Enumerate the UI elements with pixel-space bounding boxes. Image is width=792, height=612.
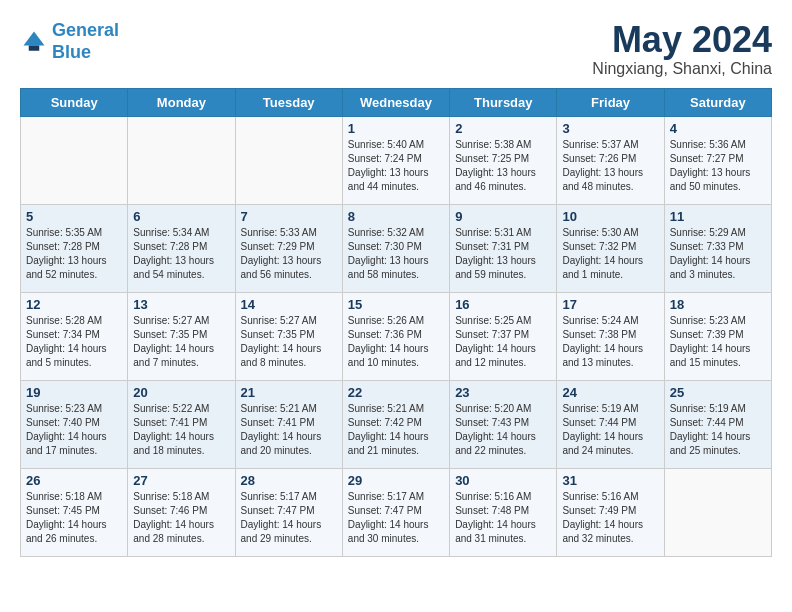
day-info: Sunrise: 5:23 AM Sunset: 7:40 PM Dayligh…: [26, 402, 122, 458]
weekday-header: Wednesday: [342, 88, 449, 116]
day-number: 12: [26, 297, 122, 312]
weekday-header: Sunday: [21, 88, 128, 116]
day-info: Sunrise: 5:38 AM Sunset: 7:25 PM Dayligh…: [455, 138, 551, 194]
day-number: 22: [348, 385, 444, 400]
day-number: 3: [562, 121, 658, 136]
calendar-week-row: 26Sunrise: 5:18 AM Sunset: 7:45 PM Dayli…: [21, 468, 772, 556]
calendar-cell: 19Sunrise: 5:23 AM Sunset: 7:40 PM Dayli…: [21, 380, 128, 468]
calendar-cell: 28Sunrise: 5:17 AM Sunset: 7:47 PM Dayli…: [235, 468, 342, 556]
day-number: 14: [241, 297, 337, 312]
day-info: Sunrise: 5:25 AM Sunset: 7:37 PM Dayligh…: [455, 314, 551, 370]
calendar-cell: 30Sunrise: 5:16 AM Sunset: 7:48 PM Dayli…: [450, 468, 557, 556]
weekday-header: Thursday: [450, 88, 557, 116]
day-info: Sunrise: 5:30 AM Sunset: 7:32 PM Dayligh…: [562, 226, 658, 282]
day-number: 9: [455, 209, 551, 224]
day-number: 27: [133, 473, 229, 488]
calendar-week-row: 1Sunrise: 5:40 AM Sunset: 7:24 PM Daylig…: [21, 116, 772, 204]
day-info: Sunrise: 5:28 AM Sunset: 7:34 PM Dayligh…: [26, 314, 122, 370]
calendar-week-row: 12Sunrise: 5:28 AM Sunset: 7:34 PM Dayli…: [21, 292, 772, 380]
calendar-cell: 25Sunrise: 5:19 AM Sunset: 7:44 PM Dayli…: [664, 380, 771, 468]
day-info: Sunrise: 5:16 AM Sunset: 7:49 PM Dayligh…: [562, 490, 658, 546]
day-number: 23: [455, 385, 551, 400]
day-info: Sunrise: 5:21 AM Sunset: 7:42 PM Dayligh…: [348, 402, 444, 458]
day-info: Sunrise: 5:27 AM Sunset: 7:35 PM Dayligh…: [133, 314, 229, 370]
calendar-cell: 21Sunrise: 5:21 AM Sunset: 7:41 PM Dayli…: [235, 380, 342, 468]
day-info: Sunrise: 5:18 AM Sunset: 7:46 PM Dayligh…: [133, 490, 229, 546]
calendar-cell: 11Sunrise: 5:29 AM Sunset: 7:33 PM Dayli…: [664, 204, 771, 292]
calendar-cell: [235, 116, 342, 204]
day-info: Sunrise: 5:20 AM Sunset: 7:43 PM Dayligh…: [455, 402, 551, 458]
day-info: Sunrise: 5:37 AM Sunset: 7:26 PM Dayligh…: [562, 138, 658, 194]
day-number: 16: [455, 297, 551, 312]
day-number: 2: [455, 121, 551, 136]
day-info: Sunrise: 5:17 AM Sunset: 7:47 PM Dayligh…: [348, 490, 444, 546]
weekday-header: Saturday: [664, 88, 771, 116]
day-number: 21: [241, 385, 337, 400]
day-info: Sunrise: 5:16 AM Sunset: 7:48 PM Dayligh…: [455, 490, 551, 546]
day-info: Sunrise: 5:18 AM Sunset: 7:45 PM Dayligh…: [26, 490, 122, 546]
day-number: 15: [348, 297, 444, 312]
calendar-cell: [664, 468, 771, 556]
calendar-cell: 27Sunrise: 5:18 AM Sunset: 7:46 PM Dayli…: [128, 468, 235, 556]
day-number: 18: [670, 297, 766, 312]
logo-text: General Blue: [52, 20, 119, 63]
calendar-cell: [128, 116, 235, 204]
calendar-cell: 5Sunrise: 5:35 AM Sunset: 7:28 PM Daylig…: [21, 204, 128, 292]
day-info: Sunrise: 5:35 AM Sunset: 7:28 PM Dayligh…: [26, 226, 122, 282]
day-info: Sunrise: 5:36 AM Sunset: 7:27 PM Dayligh…: [670, 138, 766, 194]
day-info: Sunrise: 5:33 AM Sunset: 7:29 PM Dayligh…: [241, 226, 337, 282]
day-number: 29: [348, 473, 444, 488]
day-number: 13: [133, 297, 229, 312]
day-info: Sunrise: 5:32 AM Sunset: 7:30 PM Dayligh…: [348, 226, 444, 282]
calendar-cell: 15Sunrise: 5:26 AM Sunset: 7:36 PM Dayli…: [342, 292, 449, 380]
weekday-header: Friday: [557, 88, 664, 116]
day-info: Sunrise: 5:23 AM Sunset: 7:39 PM Dayligh…: [670, 314, 766, 370]
weekday-header-row: SundayMondayTuesdayWednesdayThursdayFrid…: [21, 88, 772, 116]
page-header: General Blue May 2024 Ningxiang, Shanxi,…: [20, 20, 772, 78]
day-info: Sunrise: 5:19 AM Sunset: 7:44 PM Dayligh…: [562, 402, 658, 458]
calendar-cell: 20Sunrise: 5:22 AM Sunset: 7:41 PM Dayli…: [128, 380, 235, 468]
day-info: Sunrise: 5:19 AM Sunset: 7:44 PM Dayligh…: [670, 402, 766, 458]
day-number: 5: [26, 209, 122, 224]
svg-marker-1: [24, 31, 45, 45]
month-title: May 2024: [592, 20, 772, 60]
calendar-cell: 12Sunrise: 5:28 AM Sunset: 7:34 PM Dayli…: [21, 292, 128, 380]
day-number: 4: [670, 121, 766, 136]
day-number: 20: [133, 385, 229, 400]
calendar-cell: 4Sunrise: 5:36 AM Sunset: 7:27 PM Daylig…: [664, 116, 771, 204]
day-number: 8: [348, 209, 444, 224]
day-info: Sunrise: 5:24 AM Sunset: 7:38 PM Dayligh…: [562, 314, 658, 370]
calendar-cell: 14Sunrise: 5:27 AM Sunset: 7:35 PM Dayli…: [235, 292, 342, 380]
calendar-cell: 6Sunrise: 5:34 AM Sunset: 7:28 PM Daylig…: [128, 204, 235, 292]
logo-general: General: [52, 20, 119, 40]
day-number: 28: [241, 473, 337, 488]
calendar-cell: 24Sunrise: 5:19 AM Sunset: 7:44 PM Dayli…: [557, 380, 664, 468]
day-info: Sunrise: 5:27 AM Sunset: 7:35 PM Dayligh…: [241, 314, 337, 370]
calendar-cell: 9Sunrise: 5:31 AM Sunset: 7:31 PM Daylig…: [450, 204, 557, 292]
day-info: Sunrise: 5:31 AM Sunset: 7:31 PM Dayligh…: [455, 226, 551, 282]
day-info: Sunrise: 5:22 AM Sunset: 7:41 PM Dayligh…: [133, 402, 229, 458]
calendar-cell: 13Sunrise: 5:27 AM Sunset: 7:35 PM Dayli…: [128, 292, 235, 380]
day-info: Sunrise: 5:40 AM Sunset: 7:24 PM Dayligh…: [348, 138, 444, 194]
day-number: 31: [562, 473, 658, 488]
location: Ningxiang, Shanxi, China: [592, 60, 772, 78]
weekday-header: Monday: [128, 88, 235, 116]
calendar-cell: [21, 116, 128, 204]
day-number: 7: [241, 209, 337, 224]
calendar-cell: 3Sunrise: 5:37 AM Sunset: 7:26 PM Daylig…: [557, 116, 664, 204]
calendar-week-row: 19Sunrise: 5:23 AM Sunset: 7:40 PM Dayli…: [21, 380, 772, 468]
day-info: Sunrise: 5:29 AM Sunset: 7:33 PM Dayligh…: [670, 226, 766, 282]
day-number: 26: [26, 473, 122, 488]
calendar-cell: 7Sunrise: 5:33 AM Sunset: 7:29 PM Daylig…: [235, 204, 342, 292]
calendar-cell: 18Sunrise: 5:23 AM Sunset: 7:39 PM Dayli…: [664, 292, 771, 380]
day-number: 17: [562, 297, 658, 312]
day-info: Sunrise: 5:17 AM Sunset: 7:47 PM Dayligh…: [241, 490, 337, 546]
day-number: 11: [670, 209, 766, 224]
title-block: May 2024 Ningxiang, Shanxi, China: [592, 20, 772, 78]
calendar-cell: 31Sunrise: 5:16 AM Sunset: 7:49 PM Dayli…: [557, 468, 664, 556]
day-number: 1: [348, 121, 444, 136]
logo-icon: [20, 28, 48, 56]
calendar-table: SundayMondayTuesdayWednesdayThursdayFrid…: [20, 88, 772, 557]
day-info: Sunrise: 5:21 AM Sunset: 7:41 PM Dayligh…: [241, 402, 337, 458]
calendar-cell: 23Sunrise: 5:20 AM Sunset: 7:43 PM Dayli…: [450, 380, 557, 468]
